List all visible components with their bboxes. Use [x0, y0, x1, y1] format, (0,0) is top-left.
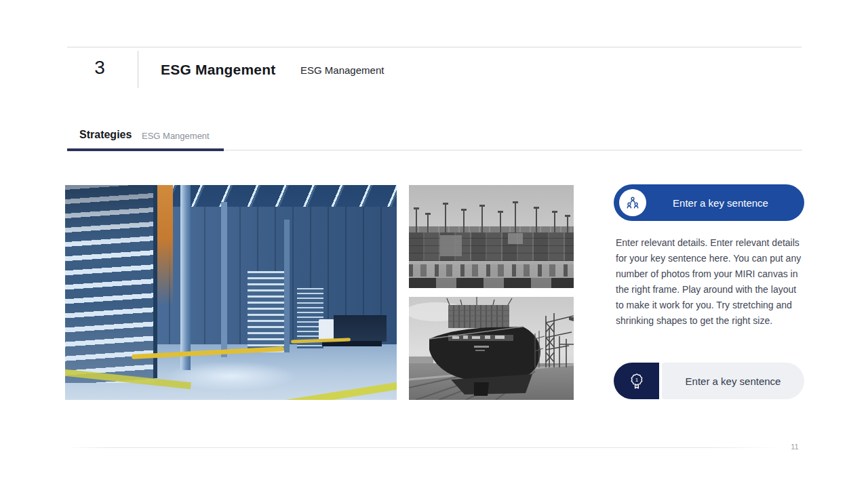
key-sentence-button-primary[interactable]: Enter a key sentence — [614, 184, 804, 221]
header-vertical-divider — [138, 51, 138, 88]
tab-strategies-sublabel: ESG Mangement — [142, 131, 210, 141]
light-poles — [409, 185, 574, 288]
tab-strategies[interactable]: Strategies — [79, 129, 132, 141]
org-group-icon — [625, 195, 640, 210]
icon-circle — [619, 189, 646, 216]
warehouse-pillar — [284, 220, 290, 353]
key-sentence-label-secondary: Enter a key sentence — [686, 375, 781, 387]
warehouse-pipe-column — [180, 185, 191, 370]
icon-block: 1 — [614, 363, 659, 399]
tab-rule-line — [224, 150, 802, 150]
page-number: 11 — [785, 443, 804, 451]
section-number: 3 — [80, 57, 119, 79]
warehouse-photo — [65, 185, 397, 400]
page-subtitle: ESG Management — [300, 64, 384, 76]
footer-divider-line — [67, 447, 780, 448]
page-title: ESG Mangement — [161, 62, 275, 78]
key-sentence-label-primary: Enter a key sentence — [646, 197, 804, 209]
key-sentence-pill: Enter a key sentence — [662, 363, 804, 399]
container-yard-photo — [409, 185, 574, 288]
warehouse-pillar — [221, 202, 227, 357]
container-ship-photo — [409, 297, 574, 400]
details-placeholder-text[interactable]: Enter relevant details. Enter relevant d… — [616, 235, 806, 329]
header-divider-line — [67, 47, 802, 47]
warehouse-shutter-door-mid — [248, 271, 288, 352]
slide-canvas: 3 ESG Mangement ESG Management Strategie… — [0, 0, 868, 488]
award-ribbon-icon: 1 — [628, 372, 646, 390]
svg-text:1: 1 — [635, 377, 638, 383]
key-sentence-button-secondary[interactable]: Enter a key sentence 1 — [614, 363, 804, 399]
warehouse-door-frame — [153, 185, 157, 378]
tab-active-underline — [67, 148, 224, 151]
warehouse-door-shading — [65, 185, 155, 383]
ship-illustration — [409, 297, 574, 400]
